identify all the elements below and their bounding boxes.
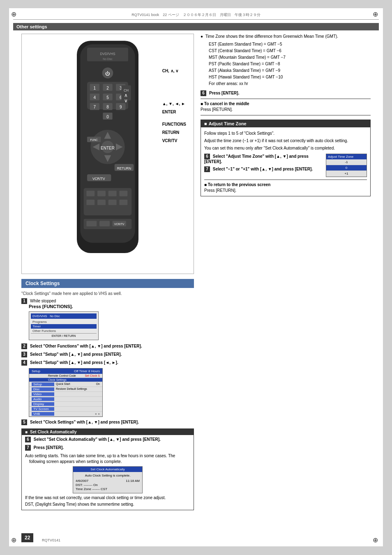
am-row-plus1: +1 [326, 171, 367, 177]
step-5-num: 5 [21, 419, 27, 425]
step-4-num: 4 [21, 360, 27, 366]
timezone-bullet: Time Zone shows the time difference from… [201, 34, 371, 39]
autoclock-mockup: Set Clock Automatically Auto Clock Setti… [73, 466, 143, 493]
svg-rect-51 [97, 200, 106, 205]
svg-text:∧: ∧ [124, 92, 128, 98]
atz-mockup: Adjust Time Zone -1 0 +1 [326, 154, 367, 177]
top-metadata: RQTV0141 book 22 ページ ２００６年２月６日 月曜日 午後３時２… [13, 12, 379, 20]
su-row-0: Remote Control Code Set Clock S [29, 374, 102, 378]
page: ⊕ ⊕ ⊕ ⊕ RQTV0141 book 22 ページ ２００６年２月６日 月… [9, 8, 383, 546]
svg-text:DVD/VHS: DVD/VHS [100, 52, 115, 56]
divider-2 [201, 115, 371, 115]
svg-text:4: 4 [94, 95, 96, 100]
su-header: Setup Off Timer 8 Hours [29, 368, 102, 374]
svg-text:9: 9 [120, 105, 122, 109]
corner-mark-tl: ⊕ [11, 10, 19, 18]
corner-mark-tr: ⊕ [373, 10, 381, 18]
atz-step-6: 6 Select "Adjust Time Zone" with [▲, ▼] … [204, 154, 323, 164]
atz-step-6-num: 6 [204, 154, 210, 159]
tz-row-other: For other areas: xx hr [209, 81, 371, 87]
enter-label: ENTER [162, 108, 186, 116]
svg-rect-47 [97, 191, 106, 196]
svg-rect-56 [99, 221, 110, 226]
ac-body: Auto Clock Setting is complete. 4/6/2007… [73, 472, 142, 493]
svg-text:VCR/TV: VCR/TV [92, 177, 105, 181]
su-row-8: VHB ● ● [29, 412, 102, 417]
step-2-text: Select "Other Functions" with [▲, ▼] and… [30, 344, 142, 348]
su-row-6: Display [29, 402, 102, 407]
step-1: 1 While stopped Press [FUNCTIONS]. [21, 298, 194, 309]
atz-steps-text: 6 Select "Adjust Time Zone" with [▲, ▼] … [204, 154, 323, 175]
adjust-time-zone-section: Adjust Time Zone Follow steps 1 to 5 of … [201, 120, 371, 196]
step-6-left: 6 Select "Set Clock Automatically" with … [25, 437, 190, 442]
atz-step-6-text: Select "Adjust Time Zone" with [▲, ▼] an… [204, 154, 309, 164]
su-row-3: Disc Restore Default Settings [29, 387, 102, 392]
am-row-zero: 0 [326, 165, 367, 171]
sm-header: DVD/VHS No Disc [31, 313, 97, 319]
atz-step-7-text: Select "−1" or "+1" with [▲, ▼] and pres… [213, 167, 313, 171]
step-3: 3 Select "Setup" with [▲, ▼] and press [… [21, 352, 194, 357]
step-7-left: 7 Press [ENTER]. [25, 445, 190, 451]
atz-bullet1: Follow steps 1 to 5 of "Clock Settings". [204, 131, 367, 136]
set-clock-auto-section: Set Clock Automatically 6 Select "Set Cl… [21, 428, 194, 510]
step-6-right: 6 Press [ENTER]. [201, 90, 371, 96]
step-2-num: 2 [21, 343, 27, 349]
sm-row-timer: Timer [31, 324, 97, 329]
functions-label: FUNCTIONS [162, 120, 186, 129]
su-row-5: Audio [29, 397, 102, 402]
corner-mark-bl: ⊕ [11, 536, 19, 544]
return-label: RETURN [162, 129, 186, 137]
atz-steps: 6 Select "Adjust Time Zone" with [▲, ▼] … [204, 154, 367, 177]
svg-rect-49 [119, 191, 127, 196]
svg-text:⏻: ⏻ [105, 71, 110, 76]
step-6-right-num: 6 [201, 90, 206, 96]
cancel-title: ■ To cancel in the middle [201, 101, 371, 106]
page-number: 22 [21, 533, 33, 542]
step-6-right-text: Press [ENTER]. [209, 91, 239, 95]
ch-label: CH, ∧, ∨ [162, 67, 186, 75]
step-5-text: Select "Clock Settings" with [▲, ▼] and … [30, 420, 139, 424]
divider-atz [204, 180, 367, 180]
svg-text:ENTER: ENTER [101, 146, 115, 150]
su-row-7: TV Screen [29, 407, 102, 412]
step-1-text: While stopped [30, 299, 56, 303]
functions-screen-mockup: DVD/VHS No Disc Programs Timer Other Fun… [29, 311, 99, 340]
step-6-num: 6 [25, 437, 31, 442]
atz-text2: You can set this menu only after "Set Cl… [204, 145, 367, 151]
step-4: 4 Select "Setup" with [▲, ▼] and press [… [21, 360, 194, 366]
svg-rect-46 [86, 191, 95, 196]
setup-screen-mockup: Setup Off Timer 8 Hours Remote Control C… [29, 368, 103, 417]
svg-text:FUNC: FUNC [90, 138, 98, 141]
ac-complete: Auto Clock Setting is complete. [76, 474, 140, 477]
cancel-return: Press [RETURN]. [201, 107, 371, 112]
am-row-minus1: -1 [326, 159, 367, 165]
svg-text:∨: ∨ [124, 98, 128, 103]
ac-timezone: Time Zone ------- CST [76, 487, 140, 491]
timezone-table: EST (Eastern Standard Time) = GMT −5 CST… [201, 41, 371, 87]
step-6-text: Select "Set Clock Automatically" with [▲… [34, 437, 161, 442]
step-3-num: 3 [21, 352, 27, 357]
clock-settings-intro: "Clock Settings" made here are applied t… [21, 291, 194, 296]
atz-title: Adjust Time Zone [201, 120, 370, 127]
other-settings-header: Other settings [13, 23, 379, 30]
arrows-label: ▲, ▼, ◄, ► [162, 100, 186, 108]
svg-text:VCR/TV: VCR/TV [114, 223, 125, 226]
svg-rect-52 [108, 200, 117, 205]
sm-footer: ENTER / RETURN [31, 333, 97, 338]
sm-row-otherfunc: Other Functions [31, 329, 97, 333]
cancel-section: ■ To cancel in the middle Press [RETURN]… [201, 101, 371, 112]
svg-rect-50 [86, 200, 95, 205]
right-column: Time Zone shows the time difference from… [201, 34, 371, 514]
step-1-bold: Press [FUNCTIONS]. [29, 304, 73, 309]
step-1-num: 1 [21, 298, 27, 304]
svg-text:5: 5 [106, 95, 109, 100]
tz-row-ast: AST (Alaska Standard Time) = GMT −9 [209, 67, 371, 74]
auto-bullet-3: DST, (Daylight Saving Time) shows the su… [25, 502, 190, 507]
auto-bullet-1: Auto setting starts. This can take some … [25, 453, 190, 465]
tz-row-hst: HST (Hawaii Standard Time) = GMT −10 [209, 74, 371, 81]
left-column: DVD/VHS No Disc ⏻ 1 2 3 4 [21, 34, 194, 514]
atz-body: Follow steps 1 to 5 of "Clock Settings".… [201, 127, 370, 196]
su-row-1: Clock Settings [29, 378, 102, 382]
content-area: DVD/VHS No Disc ⏻ 1 2 3 4 [13, 34, 379, 514]
atz-return-section: ■ To return to the previous screen Press… [204, 182, 367, 193]
